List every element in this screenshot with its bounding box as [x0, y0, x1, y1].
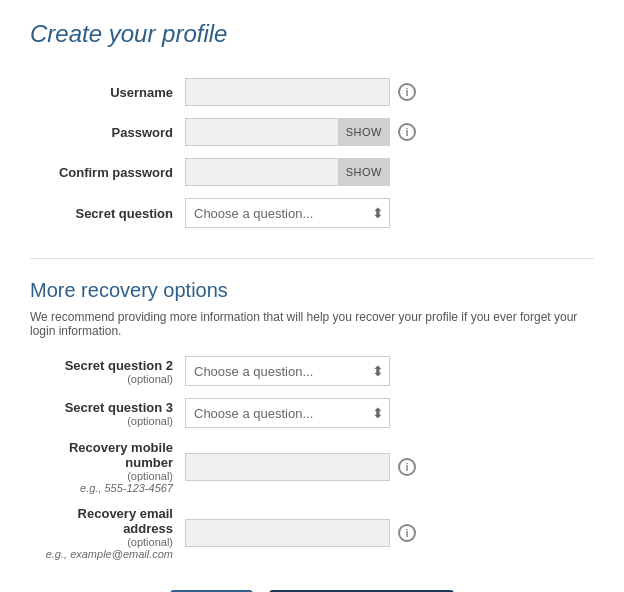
password-label: Password: [30, 125, 185, 140]
recovery-title: More recovery options: [30, 279, 594, 302]
password-input-wrapper: SHOW: [185, 118, 390, 146]
secret-question3-row: Secret question 3 (optional) Choose a qu…: [30, 398, 594, 428]
secret-question3-label: Secret question 3 (optional): [30, 400, 185, 427]
page-title: Create your profile: [30, 20, 594, 48]
mobile-label: Recovery mobile number (optional) e.g., …: [30, 440, 185, 494]
confirm-password-row: Confirm password SHOW: [30, 158, 594, 186]
confirm-password-input-wrapper: SHOW: [185, 158, 390, 186]
email-input[interactable]: [185, 519, 390, 547]
password-row: Password SHOW i: [30, 118, 594, 146]
password-info-icon[interactable]: i: [398, 123, 416, 141]
secret-question-select[interactable]: Choose a question... What is your mother…: [185, 198, 390, 228]
secret-question2-label: Secret question 2 (optional): [30, 358, 185, 385]
mobile-input[interactable]: [185, 453, 390, 481]
mobile-row: Recovery mobile number (optional) e.g., …: [30, 440, 594, 494]
username-input-wrapper: [185, 78, 390, 106]
recovery-section: More recovery options We recommend provi…: [30, 279, 594, 560]
secret-question-label: Secret question: [30, 206, 185, 221]
secret-question2-select[interactable]: Choose a question... What is your mother…: [185, 356, 390, 386]
email-label: Recovery email address (optional) e.g., …: [30, 506, 185, 560]
mobile-info-icon[interactable]: i: [398, 458, 416, 476]
secret-question-select-wrapper: Choose a question... What is your mother…: [185, 198, 390, 228]
secret-question2-row: Secret question 2 (optional) Choose a qu…: [30, 356, 594, 386]
mobile-input-wrapper: [185, 453, 390, 481]
secret-question3-select-wrapper: Choose a question... What is your mother…: [185, 398, 390, 428]
recovery-description: We recommend providing more information …: [30, 310, 594, 338]
secret-question-row: Secret question Choose a question... Wha…: [30, 198, 594, 228]
secret-question2-select-wrapper: Choose a question... What is your mother…: [185, 356, 390, 386]
email-row: Recovery email address (optional) e.g., …: [30, 506, 594, 560]
main-form-section: Username i Password SHOW i Confirm passw…: [30, 78, 594, 228]
username-label: Username: [30, 85, 185, 100]
username-info-icon[interactable]: i: [398, 83, 416, 101]
section-divider: [30, 258, 594, 259]
username-input[interactable]: [185, 78, 390, 106]
confirm-password-label: Confirm password: [30, 165, 185, 180]
password-show-button[interactable]: SHOW: [338, 118, 390, 146]
email-input-wrapper: [185, 519, 390, 547]
secret-question3-select[interactable]: Choose a question... What is your mother…: [185, 398, 390, 428]
confirm-password-show-button[interactable]: SHOW: [338, 158, 390, 186]
username-row: Username i: [30, 78, 594, 106]
email-info-icon[interactable]: i: [398, 524, 416, 542]
